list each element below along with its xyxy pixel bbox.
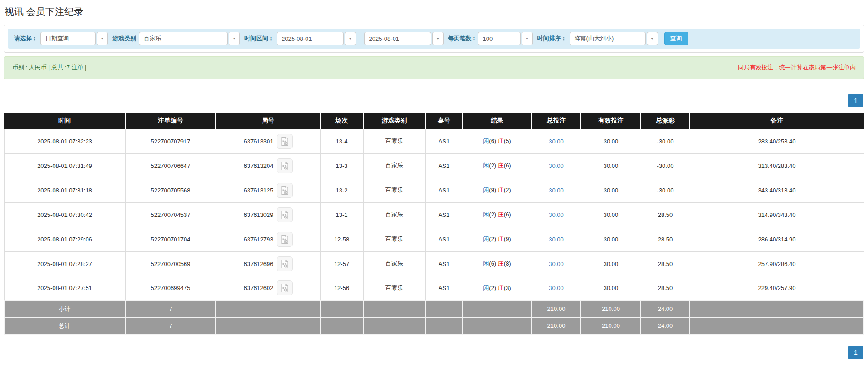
bet-records-table: 时间 注单编号 局号 场次 游戏类别 桌号 结果 总投注 有效投注 总派彩 备注… — [4, 113, 864, 335]
cell-payout: -30.00 — [641, 129, 690, 153]
chevron-down-icon[interactable]: ▼ — [432, 32, 444, 45]
cell-bet-id: 522700700569 — [125, 251, 216, 276]
date-to-value[interactable]: 2025-08-01 — [364, 32, 431, 45]
result-player-score: (2) — [489, 211, 496, 218]
table-row: 2025-08-01 07:28:27 522700700569 6376126… — [4, 251, 864, 276]
cell-table-number: AS1 — [425, 178, 463, 202]
cell-round-id: 637612696 — [216, 251, 320, 276]
chevron-down-icon[interactable]: ▼ — [345, 32, 356, 45]
date-from-value[interactable]: 2025-08-01 — [277, 32, 344, 45]
total-payout: 24.00 — [641, 317, 690, 334]
cell-note: 314.90/343.40 — [690, 202, 864, 227]
page-1-button[interactable]: 1 — [848, 94, 863, 107]
total-bet-link[interactable]: 30.00 — [549, 236, 564, 243]
cell-total-bet: 30.00 — [532, 129, 581, 153]
page-1-button[interactable]: 1 — [848, 346, 863, 359]
query-type-value[interactable]: 日期查询 — [40, 32, 96, 45]
chevron-down-icon[interactable]: ▼ — [522, 32, 533, 45]
per-page-value[interactable]: 100 — [478, 32, 521, 45]
film-document-icon — [280, 161, 289, 171]
video-replay-button[interactable] — [277, 280, 293, 295]
cell-payout: 28.50 — [641, 276, 690, 300]
video-replay-button[interactable] — [277, 158, 293, 173]
filter-panel: 请选择： 日期查询 ▼ 游戏类别 百家乐 ▼ 时间区间： 2025-08-01 … — [4, 25, 864, 53]
cell-time: 2025-08-01 07:31:18 — [4, 178, 125, 202]
cell-note: 229.40/257.90 — [690, 276, 864, 300]
cell-result: 闲(9) 庄(2) — [463, 178, 532, 202]
cell-valid-bet: 30.00 — [581, 178, 641, 202]
time-range-label: 时间区间： — [244, 34, 274, 43]
round-id: 637612696 — [244, 261, 273, 267]
result-banker-score: (3) — [504, 285, 511, 291]
film-document-icon — [280, 186, 289, 195]
chevron-down-icon[interactable]: ▼ — [647, 32, 658, 45]
video-replay-button[interactable] — [277, 183, 293, 198]
cell-payout: 28.50 — [641, 251, 690, 276]
cell-time: 2025-08-01 07:32:23 — [4, 129, 125, 153]
total-bet-link[interactable]: 30.00 — [549, 212, 564, 218]
date-to-picker[interactable]: 2025-08-01 ▼ — [364, 32, 444, 45]
per-page-select[interactable]: 100 ▼ — [478, 32, 533, 45]
cell-note: 283.40/253.40 — [690, 129, 864, 153]
game-type-value[interactable]: 百家乐 — [139, 32, 228, 45]
total-bet-link[interactable]: 30.00 — [549, 162, 564, 169]
time-sort-label: 时间排序： — [537, 34, 567, 43]
total-count: 7 — [125, 317, 216, 334]
result-player-label: 闲 — [483, 236, 489, 242]
chevron-down-icon[interactable]: ▼ — [97, 32, 108, 45]
film-document-icon — [280, 210, 289, 220]
time-sort-select[interactable]: 降冪(由大到小) ▼ — [570, 32, 658, 45]
total-bet-link[interactable]: 30.00 — [549, 187, 564, 194]
cell-bet-id: 522700704537 — [125, 202, 216, 227]
result-banker-score: (6) — [504, 162, 511, 169]
result-banker-label: 庄 — [498, 260, 504, 267]
total-bet-link[interactable]: 30.00 — [549, 261, 564, 267]
total-bet-link[interactable]: 30.00 — [549, 138, 564, 145]
table-row: 2025-08-01 07:32:23 522700707917 6376133… — [4, 129, 864, 153]
date-from-picker[interactable]: 2025-08-01 ▼ — [277, 32, 356, 45]
header-payout: 总派彩 — [641, 113, 690, 129]
summary-bar: 币别 : 人民币 | 总共 :7 注单 | 同局有效投注，统一计算在该局第一张注… — [4, 56, 864, 79]
round-id: 637613301 — [244, 138, 273, 145]
subtotal-total-bet: 210.00 — [532, 300, 581, 317]
currency-total-text: 币别 : 人民币 | 总共 :7 注单 | — [12, 64, 87, 72]
result-banker-label: 庄 — [498, 211, 504, 218]
cell-round-id: 637613301 — [216, 129, 320, 153]
cell-time: 2025-08-01 07:29:06 — [4, 227, 125, 251]
result-player-score: (2) — [489, 236, 496, 242]
cell-bet-id: 522700699475 — [125, 276, 216, 300]
cell-valid-bet: 30.00 — [581, 129, 641, 153]
cell-payout: 28.50 — [641, 202, 690, 227]
search-button[interactable]: 查询 — [664, 32, 688, 45]
result-banker-score: (6) — [504, 211, 511, 218]
video-replay-button[interactable] — [277, 232, 293, 247]
subtotal-payout: 24.00 — [641, 300, 690, 317]
cell-game-type: 百家乐 — [363, 178, 425, 202]
total-valid-bet: 210.00 — [581, 317, 641, 334]
cell-result: 闲(2) 庄(9) — [463, 227, 532, 251]
game-type-label: 游戏类别 — [112, 34, 136, 43]
cell-game-type: 百家乐 — [363, 276, 425, 300]
query-type-select[interactable]: 日期查询 ▼ — [40, 32, 108, 45]
date-range-separator: ~ — [358, 35, 362, 42]
result-banker-label: 庄 — [498, 162, 504, 169]
video-replay-button[interactable] — [277, 134, 293, 149]
game-type-select[interactable]: 百家乐 ▼ — [139, 32, 240, 45]
round-id: 637612602 — [244, 285, 273, 291]
page-title: 视讯 会员下注纪录 — [5, 5, 864, 18]
total-bet-link[interactable]: 30.00 — [549, 285, 564, 291]
cell-valid-bet: 30.00 — [581, 202, 641, 227]
video-replay-button[interactable] — [277, 207, 293, 222]
cell-round-id: 637613204 — [216, 153, 320, 178]
chevron-down-icon[interactable]: ▼ — [229, 32, 240, 45]
table-body: 2025-08-01 07:32:23 522700707917 6376133… — [4, 129, 864, 334]
cell-valid-bet: 30.00 — [581, 276, 641, 300]
total-row: 总计 7 210.00 210.00 24.00 — [4, 317, 864, 334]
result-player-score: (6) — [489, 260, 496, 267]
cell-round-id: 637613029 — [216, 202, 320, 227]
result-banker-label: 庄 — [498, 138, 504, 144]
time-sort-value[interactable]: 降冪(由大到小) — [570, 32, 646, 45]
video-replay-button[interactable] — [277, 256, 293, 271]
table-row: 2025-08-01 07:31:49 522700706647 6376132… — [4, 153, 864, 178]
subtotal-row: 小计 7 210.00 210.00 24.00 — [4, 300, 864, 317]
